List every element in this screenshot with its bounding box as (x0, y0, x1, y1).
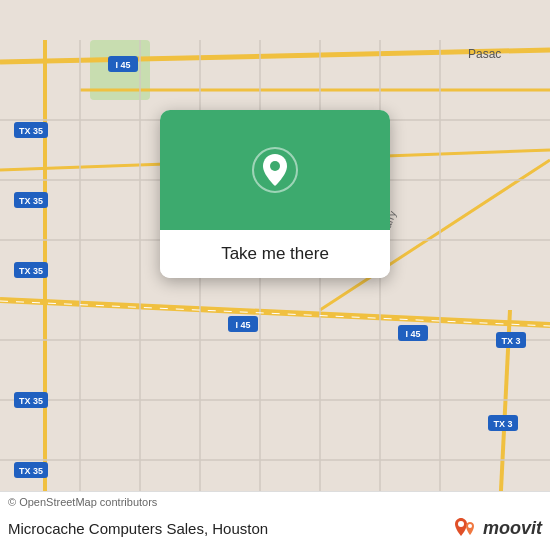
location-pin-icon (251, 146, 299, 194)
svg-text:TX 35: TX 35 (19, 466, 43, 476)
svg-text:TX 35: TX 35 (19, 396, 43, 406)
svg-text:TX 3: TX 3 (493, 419, 512, 429)
take-me-there-button[interactable]: Take me there (176, 244, 374, 264)
svg-text:TX 3: TX 3 (501, 336, 520, 346)
svg-text:Pasac: Pasac (468, 47, 501, 61)
moovit-brand-icon (451, 514, 479, 542)
svg-text:TX 35: TX 35 (19, 196, 43, 206)
popup-green-area (160, 110, 390, 230)
bottom-bar: © OpenStreetMap contributors Microcache … (0, 491, 550, 550)
svg-point-57 (468, 524, 472, 528)
location-name-row: Microcache Computers Sales, Houston moov… (0, 510, 550, 550)
svg-text:TX 35: TX 35 (19, 266, 43, 276)
svg-text:I 45: I 45 (405, 329, 420, 339)
svg-point-56 (458, 521, 464, 527)
svg-text:I 45: I 45 (115, 60, 130, 70)
svg-text:TX 35: TX 35 (19, 126, 43, 136)
popup-card: Take me there (160, 110, 390, 278)
map-container: I 45 TX 35 TX 35 TX 35 TX 35 TX 35 I 45 … (0, 0, 550, 550)
svg-point-55 (270, 161, 280, 171)
moovit-brand-text: moovit (483, 518, 542, 539)
popup-button-area: Take me there (160, 230, 390, 278)
moovit-logo: moovit (451, 514, 542, 542)
svg-text:I 45: I 45 (235, 320, 250, 330)
copyright-text: © OpenStreetMap contributors (0, 492, 550, 510)
location-name-text: Microcache Computers Sales, Houston (8, 520, 268, 537)
